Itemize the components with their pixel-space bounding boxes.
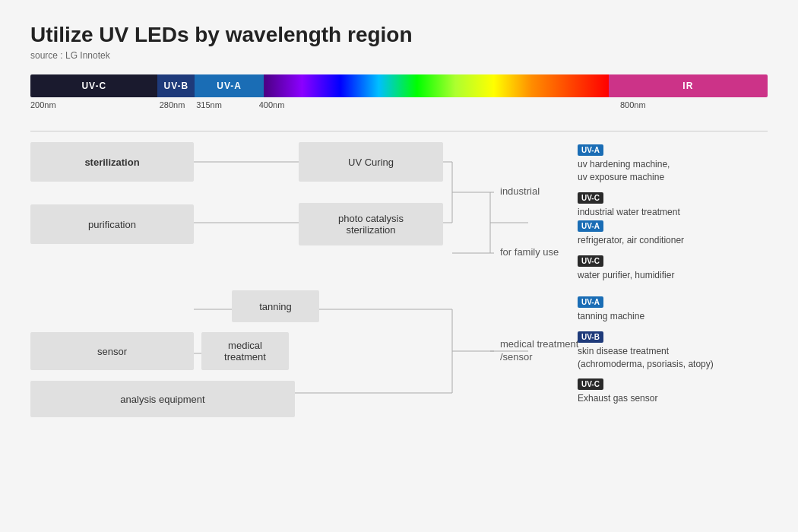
uvc-segment: UV-C [30, 74, 157, 97]
sensor-box: sensor [30, 332, 194, 370]
detail-uvc-medical: UV-C Exhaust gas sensor [578, 376, 714, 405]
detail-text-uva-3: tanning machine [578, 310, 714, 323]
nm-400: 400nm [259, 100, 285, 109]
badge-uvc-3: UV-C [578, 378, 603, 390]
nm-315: 315nm [196, 100, 222, 109]
detail-uva-family: UV-A refrigerator, air conditioner [578, 218, 684, 247]
sterilization-box: sterilization [30, 142, 194, 182]
page-title: Utilize UV LEDs by wavelength region [30, 23, 768, 47]
detail-uva-industrial: UV-A uv hardening machine,uv exposure ma… [578, 142, 680, 184]
uv-curing-box: UV Curing [299, 142, 443, 182]
medical-details: UV-A tanning machine UV-B skin disease t… [578, 294, 714, 405]
detail-text-uva-1: uv hardening machine,uv exposure machine [578, 158, 680, 184]
badge-uvb-1: UV-B [578, 331, 603, 343]
spectrum-container: UV-C UV-B UV-A IR 200nm 280nm 315nm 400n… [30, 74, 768, 97]
sterilization-row: sterilization UV Curing [30, 142, 443, 182]
uvb-segment: UV-B [157, 74, 195, 97]
uva-label: UV-A [217, 81, 242, 91]
badge-uva-2: UV-A [578, 220, 603, 232]
badge-uvc-2: UV-C [578, 255, 603, 267]
source-label: source : LG Innotek [30, 50, 768, 61]
sensor-medical-row: sensor medicaltreatment [30, 332, 289, 370]
tanning-box-wrapper: tanning [232, 290, 319, 322]
detail-uvc-industrial: UV-C industrial water treatment [578, 190, 680, 219]
detail-uvc-family: UV-C water purifier, humidifier [578, 253, 684, 282]
badge-uvc-1: UV-C [578, 192, 603, 204]
uvc-label: UV-C [81, 81, 106, 91]
detail-uva-medical: UV-A tanning machine [578, 294, 714, 323]
detail-text-uvb-1: skin disease treatment(achromoderma, pso… [578, 345, 714, 371]
nm-800: 800nm [620, 100, 646, 109]
medical-label: medical treatment/sensor [500, 338, 578, 364]
uva-segment: UV-A [195, 74, 264, 97]
diagram-area: sterilization UV Curing purification pho… [30, 142, 768, 461]
photo-catalysis-box: photo catalysissterilization [299, 203, 443, 245]
purification-row: purification photo catalysissterilizatio… [30, 203, 443, 245]
purification-box: purification [30, 204, 194, 244]
detail-text-uvc-2: water purifier, humidifier [578, 269, 684, 282]
family-label: for family use [500, 246, 559, 258]
medical-treatment-box: medicaltreatment [201, 332, 289, 370]
ir-segment: IR [609, 74, 768, 97]
nm-280: 280nm [160, 100, 185, 109]
family-details: UV-A refrigerator, air conditioner UV-C … [578, 218, 684, 282]
uvb-label: UV-B [164, 81, 189, 91]
page: Utilize UV LEDs by wavelength region sou… [0, 0, 798, 532]
divider [30, 131, 768, 131]
tanning-box: tanning [232, 290, 319, 322]
ir-label: IR [682, 81, 693, 91]
badge-uva-1: UV-A [578, 144, 603, 156]
detail-text-uvc-3: Exhaust gas sensor [578, 392, 714, 405]
analysis-box: analysis equipment [30, 381, 295, 417]
spectrum-bar: UV-C UV-B UV-A IR [30, 74, 768, 97]
detail-text-uvc-1: industrial water treatment [578, 206, 680, 219]
detail-text-uva-2: refrigerator, air conditioner [578, 234, 684, 247]
industrial-label: industrial [500, 185, 540, 197]
detail-uvb-medical: UV-B skin disease treatment(achromoderma… [578, 329, 714, 371]
industrial-details: UV-A uv hardening machine,uv exposure ma… [578, 142, 680, 218]
visible-segment [264, 74, 609, 97]
analysis-box-wrapper: analysis equipment [30, 381, 295, 417]
badge-uva-3: UV-A [578, 296, 603, 308]
nm-200: 200nm [30, 100, 56, 109]
